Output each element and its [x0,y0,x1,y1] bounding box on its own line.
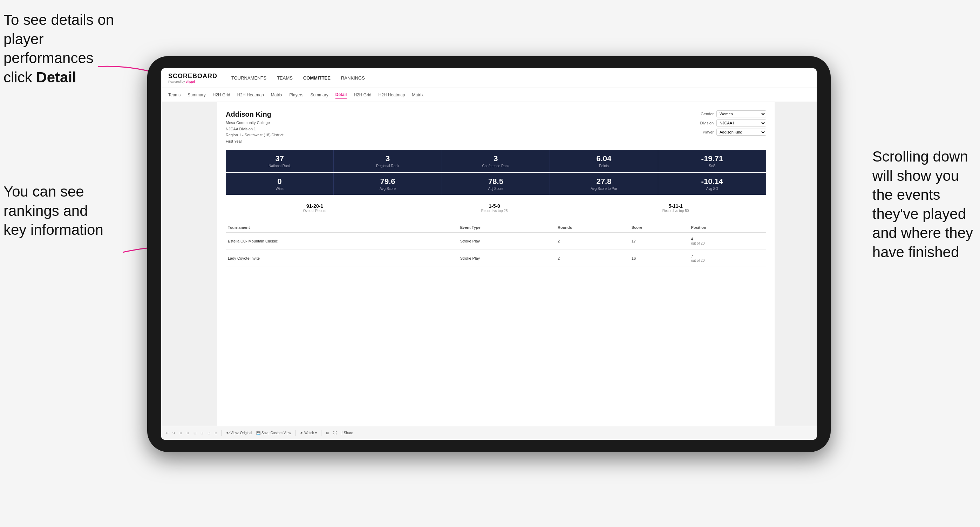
annotation-r-line2: will show you [872,167,959,184]
toolbar-view-original[interactable]: 👁 View: Original [226,431,252,435]
gender-select[interactable]: Women [716,110,766,117]
top25-record-label: Record vs top 25 [481,209,508,213]
toolbar-fit[interactable]: ⊞ [194,431,196,435]
stat-regional-rank: 3 Regional Rank [334,150,442,172]
player-header: Addison King Mesa Community College NJCA… [226,110,766,144]
stats-row2: 0 Wins 79.6 Avg Score 78.5 Adj Score 27.… [226,173,766,195]
player-college: Mesa Community College [226,120,283,126]
player-info: Addison King Mesa Community College NJCA… [226,110,283,144]
adj-score-label: Adj Score [445,187,547,190]
annotation-r-line4: they've played [872,206,966,222]
nav-rankings[interactable]: RANKINGS [341,74,365,82]
position-1: 4 out of 20 [689,233,766,250]
sub-nav: Teams Summary H2H Grid H2H Heatmap Matri… [161,88,817,102]
nav-committee[interactable]: COMMITTEE [303,74,331,82]
overall-record-label: Overall Record [303,209,327,213]
stat-national-rank: 37 National Rank [226,150,334,172]
gender-control: Gender Women [696,110,766,117]
sos-value: -19.71 [661,154,764,163]
col-event-type: Event Type [458,222,555,233]
toolbar-undo[interactable]: ↩ [165,431,168,435]
col-tournament: Tournament [226,222,441,233]
subnav-matrix[interactable]: Matrix [271,91,283,99]
annotation-line2: player performances [3,31,94,67]
subnav-summary[interactable]: Summary [188,91,205,99]
toolbar-share[interactable]: ⤴ Share [341,431,353,435]
toolbar-sep3 [321,430,321,436]
toolbar-watch[interactable]: 👁 Watch ▾ [300,431,317,435]
nav-tournaments[interactable]: TOURNAMENTS [231,74,266,82]
annotation-r-line5: and where they [872,225,973,241]
col-score: Score [630,222,689,233]
subnav-teams[interactable]: Teams [168,91,180,99]
subnav-h2hheatmap[interactable]: H2H Heatmap [237,91,264,99]
position-2: 7 out of 20 [689,250,766,267]
table-row[interactable]: Estella CC- Mountain Classic Stroke Play… [226,233,766,250]
table-row[interactable]: Lady Coyote Invite Stroke Play 2 16 7 ou… [226,250,766,267]
wins-value: 0 [229,177,331,186]
stat-points: 6.04 Points [550,150,658,172]
rounds-2: 2 [555,250,630,267]
subnav-players[interactable]: Players [289,91,303,99]
stat-wins: 0 Wins [226,173,334,195]
logo-powered: Powered by clippd [168,80,217,83]
tournament-table: Tournament Event Type Rounds Score Posit… [226,222,766,267]
tournament-name-1: Estella CC- Mountain Classic [226,233,441,250]
tablet-frame: SCOREBOARD Powered by clippd TOURNAMENTS… [147,56,831,452]
bottom-toolbar: ↩ ↪ ⊕ ⊖ ⊞ ⊟ ⊡ ⊙ 👁 View: Original 💾 Save … [161,426,817,440]
top-nav: SCOREBOARD Powered by clippd TOURNAMENTS… [161,68,817,88]
avg-par-label: Avg Score to Par [553,187,655,190]
annotation-line1: To see details on [3,11,114,28]
subnav-h2hgrid2[interactable]: H2H Grid [354,91,371,99]
toolbar-fullscreen[interactable]: ⛶ [333,431,337,435]
nav-teams[interactable]: TEAMS [277,74,293,82]
stat-avg-par: 27.8 Avg Score to Par [550,173,658,195]
tournament-name-2: Lady Coyote Invite [226,250,441,267]
col-empty [441,222,458,233]
avg-sg-label: Avg SG [661,187,764,190]
subnav-matrix2[interactable]: Matrix [412,91,424,99]
toolbar-zoom-out[interactable]: ⊖ [186,431,189,435]
event-type-2: Stroke Play [458,250,555,267]
points-label: Points [553,164,655,168]
toolbar-grid[interactable]: ⊡ [207,431,210,435]
national-rank-value: 37 [229,154,331,163]
conference-rank-label: Conference Rank [445,164,547,168]
toolbar-collapse[interactable]: ⊟ [200,431,203,435]
toolbar-save-custom[interactable]: 💾 Save Custom View [256,431,291,435]
player-year: First Year [226,138,283,145]
division-select[interactable]: NJCAA I [716,119,766,127]
annotation-bottomleft: You can see rankings and key information [3,182,103,240]
toolbar-sep1 [221,430,222,436]
subnav-detail[interactable]: Detail [336,91,347,99]
toolbar-screen[interactable]: 🖥 [326,431,329,435]
record-top25: 1-5-0 Record vs top 25 [481,203,508,213]
division-control: Division NJCAA I [696,119,766,127]
annotation-detail-bold: Detail [36,69,76,86]
regional-rank-label: Regional Rank [336,164,439,168]
rounds-1: 2 [555,233,630,250]
toolbar-clock[interactable]: ⊙ [215,431,217,435]
score-1: 17 [630,233,689,250]
player-select[interactable]: Addison King [716,129,766,136]
subnav-h2hgrid[interactable]: H2H Grid [213,91,230,99]
gender-label: Gender [696,112,714,116]
subnav-summary2[interactable]: Summary [310,91,328,99]
subnav-h2hheatmap2[interactable]: H2H Heatmap [378,91,405,99]
annotation-bl-line1: You can see [3,183,84,200]
player-region: Region 1 - Southwest (18) District [226,132,283,138]
stat-sos: -19.71 SoS [658,150,766,172]
toolbar-zoom-in[interactable]: ⊕ [180,431,182,435]
annotation-bl-line3: key information [3,221,103,238]
player-label: Player [696,130,714,134]
division-label: Division [696,121,714,125]
regional-rank-value: 3 [336,154,439,163]
toolbar-redo[interactable]: ↪ [172,431,175,435]
top25-record-value: 1-5-0 [481,203,508,209]
stat-adj-score: 78.5 Adj Score [442,173,550,195]
national-rank-label: National Rank [229,164,331,168]
points-value: 6.04 [553,154,655,163]
annotation-line3: click [3,69,36,86]
nav-links: TOURNAMENTS TEAMS COMMITTEE RANKINGS [231,74,365,82]
event-type-1: Stroke Play [458,233,555,250]
